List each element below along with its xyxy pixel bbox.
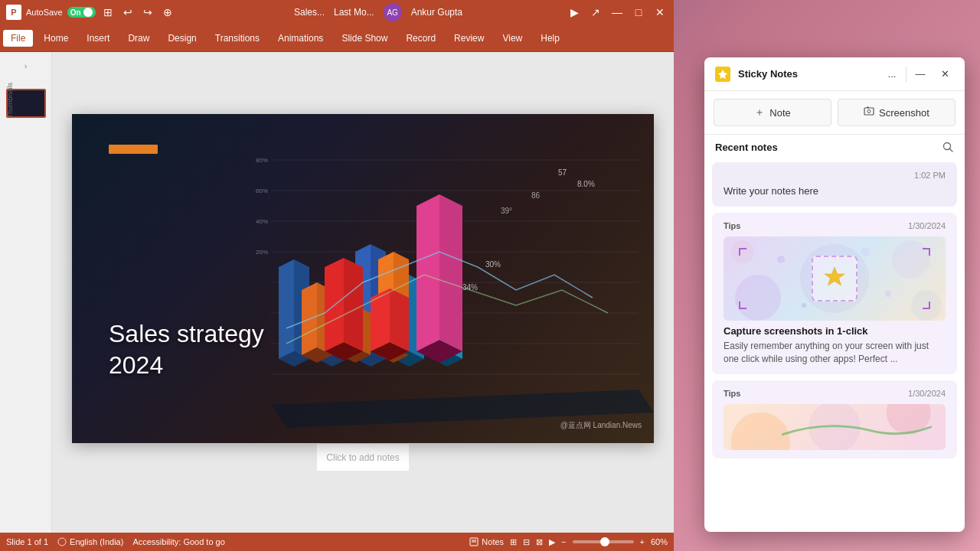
toggle-knob (83, 8, 93, 17)
zoom-thumb (600, 537, 609, 546)
zoom-out-btn[interactable]: − (561, 537, 566, 546)
tab-view[interactable]: View (495, 30, 530, 47)
sticky-title-text: Sticky Notes (738, 68, 875, 80)
new-note-label: Note (769, 107, 790, 119)
sticky-actions: ＋ Note Screenshot (704, 91, 965, 135)
slide-canvas[interactable]: 57 8.0% 86 39° 30% 34% 80% 60% 40% 20% (72, 114, 654, 443)
new-note-button[interactable]: ＋ Note (714, 99, 831, 126)
tips-card-title-1: Capture screenshots in 1-click (724, 325, 946, 337)
accessibility-info: Accessibility: Good to go (132, 537, 224, 546)
svg-marker-33 (325, 258, 344, 351)
collapse-panel-btn[interactable]: › (24, 61, 28, 70)
minimize-btn[interactable]: — (609, 5, 625, 20)
view-present-btn[interactable]: ▶ (549, 537, 555, 547)
toolbar-icon-1[interactable]: ⊞ (100, 5, 116, 20)
tab-design[interactable]: Design (160, 30, 204, 47)
status-bar: Slide 1 of 1 English (India) Accessibili… (0, 533, 674, 551)
new-note-card[interactable]: 1:02 PM Write your notes here (712, 162, 957, 207)
corner-br (923, 302, 930, 309)
tips-card-desc-1: Easily remember anything on your screen … (724, 340, 946, 366)
thumbnails-panel: › Thumbnails (0, 52, 52, 533)
svg-point-71 (861, 247, 870, 256)
search-icon[interactable] (942, 141, 954, 153)
title-bar-center: Sales... Last Mo... AG Ankur Gupta (194, 3, 562, 21)
thumbnails-label: Thumbnails (6, 83, 14, 119)
note-card-header: 1:02 PM (724, 171, 946, 180)
insert-btn[interactable]: ⊕ (160, 5, 175, 20)
svg-text:30%: 30% (485, 260, 501, 269)
file-name: Sales... (294, 7, 325, 18)
tips-image-2 (724, 404, 946, 450)
sticky-app-icon (714, 65, 732, 83)
recent-notes-header: Recent notes (704, 135, 965, 159)
svg-text:57: 57 (558, 168, 567, 177)
sticky-more-btn[interactable]: ... (881, 64, 903, 85)
svg-marker-37 (390, 289, 409, 351)
recent-notes-title: Recent notes (715, 142, 778, 153)
chart-area: 57 8.0% 86 39° 30% 34% 80% 60% 40% 20% (210, 114, 654, 443)
sticky-divider (906, 67, 906, 82)
chart-svg: 57 8.0% 86 39° 30% 34% 80% 60% 40% 20% (210, 114, 654, 443)
screenshot-button[interactable]: Screenshot (838, 99, 956, 126)
notes-btn[interactable]: Notes (469, 537, 504, 546)
redo-button[interactable]: ↪ (140, 5, 155, 20)
user-name: Ankur Gupta (411, 7, 462, 18)
tips-label-1: Tips (724, 221, 740, 230)
language-info: English (India) (57, 537, 123, 546)
zoom-level[interactable]: 60% (651, 537, 668, 546)
tab-home[interactable]: Home (36, 30, 76, 47)
tab-help[interactable]: Help (533, 30, 567, 47)
notes-area[interactable]: Click to add notes (317, 443, 408, 471)
title-bar-left: P AutoSave On ⊞ ↩ ↪ ⊕ (6, 5, 190, 20)
svg-line-62 (950, 149, 953, 152)
ribbon: File Home Insert Draw Design Transitions… (0, 24, 674, 52)
undo-button[interactable]: ↩ (120, 5, 136, 20)
svg-marker-72 (825, 267, 844, 285)
tips-image-1 (724, 236, 946, 321)
status-bar-right: Notes ⊞ ⊟ ⊠ ▶ − + 60% (469, 537, 668, 547)
zoom-slider[interactable] (573, 540, 634, 543)
svg-text:60%: 60% (256, 187, 268, 194)
tab-review[interactable]: Review (446, 30, 492, 47)
tips-note-card-1[interactable]: Tips 1/30/2024 (712, 213, 957, 374)
screenshot-label: Screenshot (879, 107, 929, 119)
svg-text:39°: 39° (501, 207, 512, 215)
svg-rect-58 (864, 108, 874, 115)
tab-transitions[interactable]: Transitions (207, 30, 267, 47)
user-avatar[interactable]: AG (384, 3, 402, 21)
svg-marker-36 (371, 289, 390, 351)
tips-note-card-2[interactable]: Tips 1/30/2024 (712, 380, 957, 458)
sticky-minimize-btn[interactable]: — (910, 64, 931, 85)
tab-draw[interactable]: Draw (120, 30, 157, 47)
note-text-1: Write your notes here (724, 184, 946, 198)
present-btn[interactable]: ▶ (567, 5, 582, 20)
svg-text:40%: 40% (256, 218, 268, 225)
view-reading-btn[interactable]: ⊠ (536, 537, 543, 547)
slide-title: Sales strategy 2024 (109, 318, 264, 382)
sticky-title-buttons: ... — ✕ (881, 64, 956, 85)
svg-point-52 (58, 538, 66, 546)
tab-animations[interactable]: Animations (270, 30, 331, 47)
zoom-in-btn[interactable]: + (640, 537, 645, 546)
share-btn[interactable]: ↗ (588, 5, 603, 20)
svg-text:20%: 20% (256, 249, 268, 256)
tab-record[interactable]: Record (398, 30, 443, 47)
capture-illustration (724, 236, 946, 321)
tab-file[interactable]: File (3, 30, 33, 47)
svg-text:86: 86 (531, 191, 541, 200)
autosave-toggle[interactable]: On (67, 7, 96, 18)
sticky-close-btn[interactable]: ✕ (934, 64, 956, 85)
slide-canvas-area: 57 8.0% 86 39° 30% 34% 80% 60% 40% 20% (52, 52, 674, 533)
close-btn[interactable]: ✕ (652, 5, 668, 20)
note-time-1: 1:02 PM (914, 171, 946, 180)
svg-text:8.0%: 8.0% (577, 180, 595, 188)
view-grid-btn[interactable]: ⊟ (523, 537, 530, 547)
title-bar-right: ▶ ↗ — □ ✕ (567, 5, 668, 20)
view-normal-btn[interactable]: ⊞ (510, 537, 517, 547)
tab-insert[interactable]: Insert (79, 30, 117, 47)
corner-tl (739, 248, 746, 256)
tab-slideshow[interactable]: Slide Show (334, 30, 395, 47)
svg-marker-39 (416, 194, 439, 351)
svg-marker-34 (344, 258, 363, 351)
maximize-btn[interactable]: □ (631, 5, 646, 20)
